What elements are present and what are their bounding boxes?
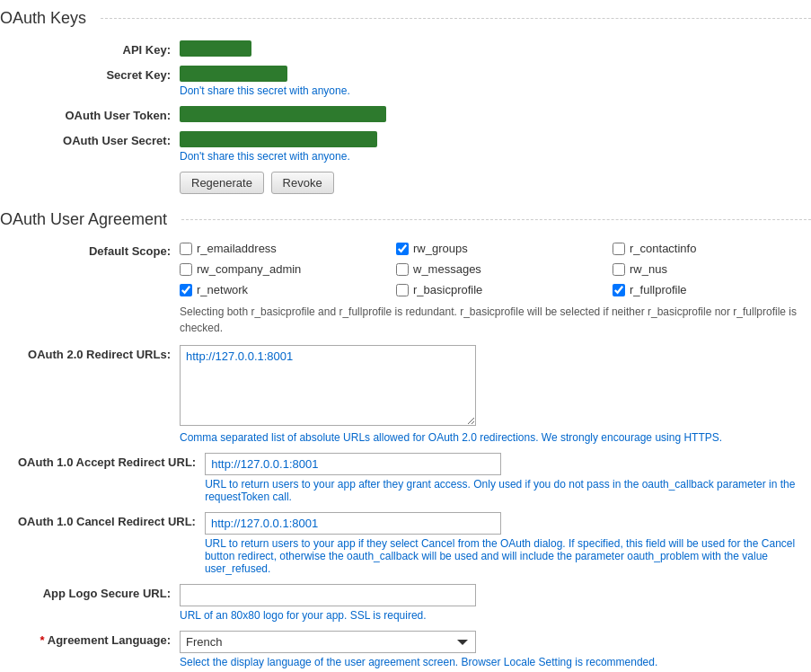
app-logo-hint: URL of an 80x80 logo for your app. SSL i… <box>180 609 811 622</box>
scope-checkbox-r_emailaddress[interactable] <box>180 243 192 255</box>
cancel-redirect-input[interactable] <box>205 512 501 535</box>
scope-item-rw_company_admin: rw_company_admin <box>180 262 378 276</box>
scope-item-r_network: r_network <box>180 283 378 296</box>
scope-checkbox-r_fullprofile[interactable] <box>613 284 625 296</box>
agreement-lang-content: Browser Locale SettingFrenchEnglishGerma… <box>180 631 811 668</box>
accept-redirect-content: URL to return users to your app after th… <box>205 453 811 503</box>
secret-key-row: Secret Key: Don't share this secret with… <box>0 66 811 97</box>
oauth-keys-header: OAuth Keys <box>0 9 811 28</box>
scope-checkbox-w_messages[interactable] <box>396 263 409 276</box>
cancel-redirect-label: OAuth 1.0 Cancel Redirect URL: <box>18 512 205 528</box>
scope-label-rw_company_admin[interactable]: rw_company_admin <box>197 262 301 276</box>
oauth-user-secret-row: OAuth User Secret: Don't share this secr… <box>0 131 811 163</box>
redirect-urls-row: OAuth 2.0 Redirect URLs: http://127.0.0.… <box>0 345 811 444</box>
scope-checkbox-rw_nus[interactable] <box>613 263 625 276</box>
default-scope-row: Default Scope: r_emailaddressrw_groupsr_… <box>0 242 811 336</box>
redirect-urls-hint: Comma separated list of absolute URLs al… <box>180 431 811 444</box>
oauth-keys-title: OAuth Keys <box>0 9 95 28</box>
app-logo-content: URL of an 80x80 logo for your app. SSL i… <box>180 584 811 622</box>
agreement-lang-row: Agreement Language: Browser Locale Setti… <box>0 631 811 668</box>
scope-grid: r_emailaddressrw_groupsr_contactinforw_c… <box>180 242 811 296</box>
redirect-urls-content: http://127.0.0.1:8001 Comma separated li… <box>180 345 811 444</box>
secret-key-value <box>180 66 287 82</box>
scope-item-r_fullprofile: r_fullprofile <box>613 283 811 296</box>
api-key-label: API Key: <box>18 40 180 57</box>
agreement-lang-select[interactable]: Browser Locale SettingFrenchEnglishGerma… <box>180 631 476 653</box>
secret-key-content: Don't share this secret with anyone. <box>180 66 811 97</box>
scope-item-rw_nus: rw_nus <box>613 262 811 276</box>
oauth-agreement-title: OAuth User Agreement <box>0 210 176 229</box>
oauth-user-token-label: OAuth User Token: <box>18 106 180 122</box>
scope-item-r_contactinfo: r_contactinfo <box>613 242 811 255</box>
regenerate-button[interactable]: Regenerate <box>180 172 264 194</box>
api-key-content <box>180 40 811 57</box>
api-key-value <box>180 40 251 57</box>
language-select-wrapper: Browser Locale SettingFrenchEnglishGerma… <box>180 631 476 653</box>
scope-item-r_basicprofile: r_basicprofile <box>396 283 595 296</box>
scope-label-r_fullprofile[interactable]: r_fullprofile <box>630 283 687 296</box>
scope-checkbox-rw_groups[interactable] <box>396 243 409 255</box>
app-logo-row: App Logo Secure URL: URL of an 80x80 log… <box>0 584 811 622</box>
scope-label-r_network[interactable]: r_network <box>197 283 248 296</box>
redirect-urls-input[interactable]: http://127.0.0.1:8001 <box>180 345 476 426</box>
oauth-user-secret-label: OAuth User Secret: <box>18 131 180 147</box>
scope-label-rw_nus[interactable]: rw_nus <box>630 262 667 276</box>
cancel-redirect-row: OAuth 1.0 Cancel Redirect URL: URL to re… <box>0 512 811 575</box>
app-logo-input[interactable] <box>180 584 476 606</box>
revoke-button[interactable]: Revoke <box>271 172 334 194</box>
scope-info: Selecting both r_basicprofile and r_full… <box>180 304 811 336</box>
accept-redirect-input[interactable] <box>205 453 501 475</box>
scope-item-rw_groups: rw_groups <box>396 242 595 255</box>
app-logo-label: App Logo Secure URL: <box>18 584 180 600</box>
scope-checkbox-r_basicprofile[interactable] <box>396 284 409 296</box>
accept-redirect-label: OAuth 1.0 Accept Redirect URL: <box>18 453 205 469</box>
api-key-row: API Key: <box>0 40 811 57</box>
scope-label-w_messages[interactable]: w_messages <box>413 262 481 276</box>
oauth-agreement-divider <box>181 219 811 220</box>
agreement-lang-label: Agreement Language: <box>18 631 180 647</box>
cancel-redirect-hint: URL to return users to your app if they … <box>205 537 811 575</box>
scope-label-r_emailaddress[interactable]: r_emailaddress <box>197 242 277 255</box>
scope-checkbox-r_network[interactable] <box>180 284 192 296</box>
oauth-user-token-row: OAuth User Token: <box>0 106 811 122</box>
accept-redirect-row: OAuth 1.0 Accept Redirect URL: URL to re… <box>0 453 811 503</box>
accept-redirect-hint: URL to return users to your app after th… <box>205 478 811 503</box>
secret-key-label: Secret Key: <box>18 66 180 82</box>
scope-item-w_messages: w_messages <box>396 262 595 276</box>
oauth-agreement-section: OAuth User Agreement Default Scope: r_em… <box>0 210 811 668</box>
buttons-content: Regenerate Revoke <box>180 172 811 194</box>
buttons-label-spacer <box>18 172 180 174</box>
cancel-redirect-content: URL to return users to your app if they … <box>205 512 811 575</box>
redirect-urls-label: OAuth 2.0 Redirect URLs: <box>18 345 180 361</box>
default-scope-label: Default Scope: <box>18 242 180 258</box>
secret-key-hint: Don't share this secret with anyone. <box>180 84 811 97</box>
scope-item-r_emailaddress: r_emailaddress <box>180 242 378 255</box>
scope-label-r_basicprofile[interactable]: r_basicprofile <box>413 283 482 296</box>
oauth-user-secret-hint: Don't share this secret with anyone. <box>180 150 811 163</box>
scope-label-rw_groups[interactable]: rw_groups <box>413 242 468 255</box>
agreement-lang-hint: Select the display language of the user … <box>180 656 811 668</box>
oauth-user-token-value <box>180 106 386 122</box>
oauth-keys-section: OAuth Keys API Key: Secret Key: Don't sh… <box>0 9 811 194</box>
oauth-user-secret-content: Don't share this secret with anyone. <box>180 131 811 163</box>
buttons-row: Regenerate Revoke <box>0 172 811 194</box>
oauth-user-secret-value <box>180 131 377 147</box>
default-scope-content: r_emailaddressrw_groupsr_contactinforw_c… <box>180 242 811 336</box>
oauth-user-token-content <box>180 106 811 122</box>
scope-checkbox-rw_company_admin[interactable] <box>180 263 192 276</box>
scope-label-r_contactinfo[interactable]: r_contactinfo <box>630 242 696 255</box>
oauth-agreement-header: OAuth User Agreement <box>0 210 811 229</box>
oauth-keys-divider <box>101 18 811 19</box>
scope-checkbox-r_contactinfo[interactable] <box>613 243 625 255</box>
